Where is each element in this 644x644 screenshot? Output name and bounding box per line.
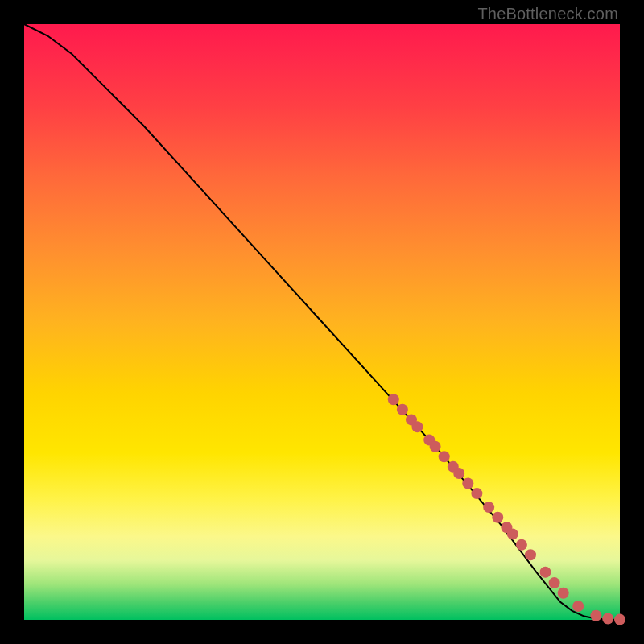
- highlight-dot: [590, 610, 601, 621]
- highlight-dot: [492, 512, 503, 523]
- chart-svg: [24, 24, 620, 620]
- chart-frame: TheBottleneck.com: [0, 0, 644, 644]
- highlight-dot: [439, 451, 450, 462]
- curve-line: [24, 24, 620, 620]
- highlight-dot-layer: [388, 394, 625, 625]
- highlight-dot: [453, 468, 464, 479]
- highlight-dot: [558, 588, 569, 599]
- highlight-dot: [572, 601, 584, 612]
- highlight-dot: [483, 502, 494, 513]
- highlight-dot: [471, 488, 482, 499]
- highlight-dot: [397, 404, 408, 415]
- highlight-dot: [602, 613, 613, 625]
- highlight-dot: [549, 577, 560, 588]
- watermark-text: TheBottleneck.com: [477, 5, 618, 23]
- highlight-dot: [430, 441, 441, 452]
- highlight-dot: [411, 421, 423, 432]
- highlight-dot: [462, 478, 473, 489]
- plot-area: [24, 24, 620, 620]
- highlight-dot: [540, 567, 551, 578]
- highlight-dot: [388, 394, 399, 405]
- highlight-dot: [507, 528, 518, 539]
- highlight-dot: [516, 539, 527, 551]
- highlight-dot: [525, 549, 536, 560]
- highlight-dot: [614, 614, 625, 625]
